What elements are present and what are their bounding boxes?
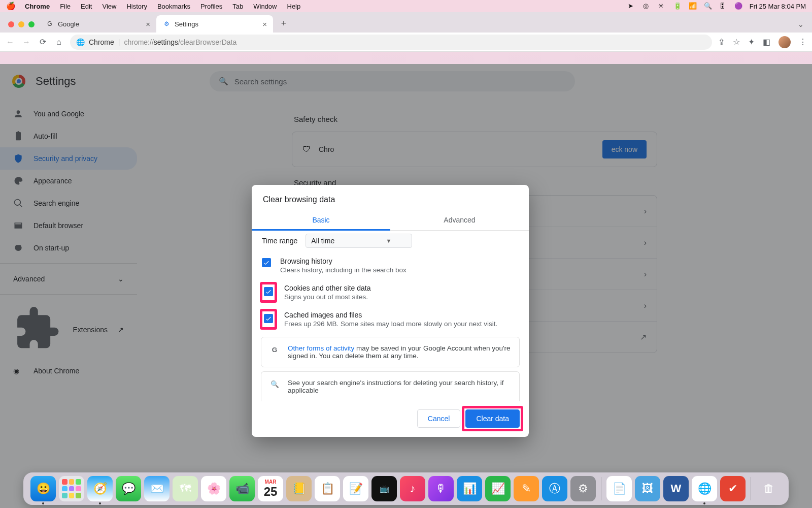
dock-launchpad[interactable] [59,476,84,501]
dock-messages[interactable]: 💬 [116,476,141,501]
forward-button[interactable]: → [21,37,31,47]
profile-avatar[interactable] [779,36,791,48]
dock-pages[interactable]: ✎ [514,476,539,501]
info-google-account: G Other forms of activity may be saved i… [261,337,520,367]
status-battery-icon[interactable]: 🔋 [673,2,682,10]
tab-google[interactable]: G Google × [40,15,156,33]
checkbox-cached[interactable] [264,314,273,323]
other-activity-link[interactable]: Other forms of activity [288,344,354,352]
dock-word[interactable]: W [663,476,689,501]
option-sub: Frees up 296 MB. Some sites may load mor… [284,320,497,328]
tab-advanced[interactable]: Advanced [390,209,529,230]
dock-numbers[interactable]: 📈 [485,476,511,501]
home-button[interactable]: ⌂ [54,37,64,47]
time-range-select[interactable]: All time ▼ [306,234,412,248]
app-menu[interactable]: Chrome [20,3,55,10]
back-button[interactable]: ← [5,37,15,47]
menubar-clock[interactable]: Fri 25 Mar 8:04 PM [750,3,806,10]
apple-menu-icon[interactable]: 🍎 [6,2,16,11]
option-cached[interactable]: Cached images and files Frees up 296 MB.… [261,306,520,333]
option-title: Browsing history [280,257,407,265]
dock-preview[interactable]: 🖼 [635,476,660,501]
dock-appstore[interactable]: Ⓐ [542,476,567,501]
dock-facetime[interactable]: 📹 [229,476,255,501]
dock-contacts[interactable]: 📒 [286,476,312,501]
share-button[interactable]: ⇪ [718,37,725,47]
url-text: chrome://settings/clearBrowserData [124,38,236,46]
chrome-menu-button[interactable]: ⋮ [799,37,807,47]
option-browsing-history[interactable]: Browsing history Clears history, includi… [261,252,520,279]
new-tab-button[interactable]: + [276,16,291,31]
option-sub: Signs you out of most sites. [284,293,370,301]
menu-window[interactable]: Window [248,3,282,10]
status-wifi-icon[interactable]: 📶 [689,2,697,10]
tab-settings[interactable]: ⚙ Settings × [156,15,273,33]
info-search-engine: 🔍 See your search engine's instructions … [261,371,520,401]
menu-file[interactable]: File [55,3,76,10]
browser-toolbar: ← → ⟳ ⌂ 🌐 Chrome | chrome://settings/cle… [0,33,812,52]
chevron-down-icon: ▼ [386,238,391,244]
checkbox-browsing-history[interactable] [262,258,271,267]
status-grammarly-icon[interactable]: ◎ [643,2,651,10]
menu-history[interactable]: History [121,3,152,10]
option-cookies[interactable]: Cookies and other site data Signs you ou… [261,279,520,306]
dock-reminders[interactable]: 📋 [315,476,340,501]
option-sub: Clears history, including in the search … [280,266,407,274]
tab-basic[interactable]: Basic [252,209,390,230]
minimize-window-button[interactable] [18,21,24,27]
menu-tab[interactable]: Tab [227,3,248,10]
maximize-window-button[interactable] [28,21,35,27]
macos-menubar: 🍎 Chrome File Edit View History Bookmark… [0,0,812,12]
cancel-button[interactable]: Cancel [417,409,461,428]
dock-music[interactable]: ♪ [400,476,425,501]
tab-overflow-button[interactable]: ⌄ [798,20,804,28]
settings-page: Settings 🔍 Search settings You and Googl… [0,64,812,508]
checkbox-cookies[interactable] [264,287,273,296]
status-control-center-icon[interactable]: 🎛 [719,2,727,10]
status-siri-icon[interactable]: 🟣 [734,2,742,10]
close-window-button[interactable] [8,21,14,27]
reload-button[interactable]: ⟳ [38,37,48,47]
window-controls [6,21,40,33]
dock-maps[interactable]: 🗺 [173,476,198,501]
clear-browsing-data-dialog: Clear browsing data Basic Advanced Time … [252,185,529,437]
menu-bookmarks[interactable]: Bookmarks [152,3,195,10]
address-bar[interactable]: 🌐 Chrome | chrome://settings/clearBrowse… [70,35,712,50]
sidepanel-button[interactable]: ◧ [763,37,770,47]
tab-label: Settings [175,20,198,28]
site-info-icon[interactable]: 🌐 [76,38,85,46]
site-label: Chrome [89,38,114,46]
dock-photos[interactable]: 🌸 [201,476,226,501]
dock-safari[interactable]: 🧭 [87,476,113,501]
dock-todoist[interactable]: ✔ [720,476,746,501]
menu-profiles[interactable]: Profiles [195,3,227,10]
status-todoist-icon[interactable]: ➤ [628,2,636,10]
search-icon: 🔍 [269,379,280,389]
settings-favicon-icon: ⚙ [162,20,171,28]
clear-data-button[interactable]: Clear data [465,409,520,428]
google-favicon-icon: G [46,20,54,28]
bookmark-button[interactable]: ☆ [733,37,740,47]
dock-calendar[interactable]: MAR25 [258,476,283,501]
dock: 😀 🧭 💬 ✉️ 🗺 🌸 📹 MAR25 📒 📋 📝 📺 ♪ 🎙 📊 📈 ✎ Ⓐ… [0,472,812,505]
option-title: Cookies and other site data [284,284,370,292]
dock-textedit[interactable]: 📄 [606,476,632,501]
extensions-button[interactable]: ✦ [748,37,755,47]
menu-help[interactable]: Help [282,3,306,10]
dock-notes[interactable]: 📝 [343,476,368,501]
dock-chrome[interactable]: 🌐 [692,476,717,501]
dock-mail[interactable]: ✉️ [144,476,170,501]
menu-edit[interactable]: Edit [76,3,97,10]
dock-keynote[interactable]: 📊 [457,476,482,501]
status-bluetooth-icon[interactable]: ✳︎ [658,2,666,10]
status-spotlight-icon[interactable]: 🔍 [704,2,712,10]
dock-system-preferences[interactable]: ⚙ [570,476,596,501]
close-tab-button[interactable]: × [146,20,150,28]
close-tab-button[interactable]: × [262,20,267,28]
dock-finder[interactable]: 😀 [30,476,56,501]
dock-podcasts[interactable]: 🎙 [428,476,454,501]
dock-trash[interactable]: 🗑 [756,476,782,501]
option-title: Cached images and files [284,311,497,319]
dock-tv[interactable]: 📺 [371,476,397,501]
menu-view[interactable]: View [97,3,121,10]
